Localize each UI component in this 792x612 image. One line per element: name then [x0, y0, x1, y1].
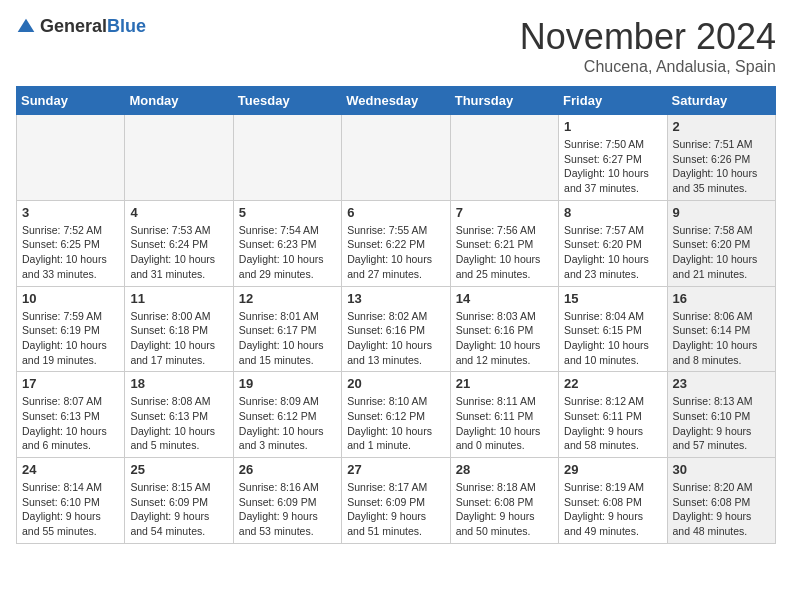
day-number: 4: [130, 205, 227, 220]
day-number: 5: [239, 205, 336, 220]
calendar-cell: 3Sunrise: 7:52 AM Sunset: 6:25 PM Daylig…: [17, 200, 125, 286]
col-header-sunday: Sunday: [17, 87, 125, 115]
cell-content: Sunrise: 8:09 AM Sunset: 6:12 PM Dayligh…: [239, 394, 336, 453]
day-number: 22: [564, 376, 661, 391]
logo-blue: Blue: [107, 16, 146, 36]
col-header-saturday: Saturday: [667, 87, 775, 115]
calendar-cell: 14Sunrise: 8:03 AM Sunset: 6:16 PM Dayli…: [450, 286, 558, 372]
cell-content: Sunrise: 8:13 AM Sunset: 6:10 PM Dayligh…: [673, 394, 770, 453]
day-number: 1: [564, 119, 661, 134]
calendar-cell: 24Sunrise: 8:14 AM Sunset: 6:10 PM Dayli…: [17, 458, 125, 544]
calendar-cell: 25Sunrise: 8:15 AM Sunset: 6:09 PM Dayli…: [125, 458, 233, 544]
calendar-cell: 19Sunrise: 8:09 AM Sunset: 6:12 PM Dayli…: [233, 372, 341, 458]
cell-content: Sunrise: 7:50 AM Sunset: 6:27 PM Dayligh…: [564, 137, 661, 196]
calendar-cell: 22Sunrise: 8:12 AM Sunset: 6:11 PM Dayli…: [559, 372, 667, 458]
calendar-cell: 20Sunrise: 8:10 AM Sunset: 6:12 PM Dayli…: [342, 372, 450, 458]
cell-content: Sunrise: 8:08 AM Sunset: 6:13 PM Dayligh…: [130, 394, 227, 453]
day-number: 18: [130, 376, 227, 391]
day-number: 30: [673, 462, 770, 477]
calendar-cell: 8Sunrise: 7:57 AM Sunset: 6:20 PM Daylig…: [559, 200, 667, 286]
day-number: 17: [22, 376, 119, 391]
day-number: 19: [239, 376, 336, 391]
logo-icon: [16, 17, 36, 37]
day-number: 2: [673, 119, 770, 134]
calendar-week-2: 3Sunrise: 7:52 AM Sunset: 6:25 PM Daylig…: [17, 200, 776, 286]
day-number: 11: [130, 291, 227, 306]
calendar-week-4: 17Sunrise: 8:07 AM Sunset: 6:13 PM Dayli…: [17, 372, 776, 458]
day-number: 7: [456, 205, 553, 220]
day-number: 26: [239, 462, 336, 477]
calendar-cell: 2Sunrise: 7:51 AM Sunset: 6:26 PM Daylig…: [667, 115, 775, 201]
cell-content: Sunrise: 8:03 AM Sunset: 6:16 PM Dayligh…: [456, 309, 553, 368]
calendar-cell: 21Sunrise: 8:11 AM Sunset: 6:11 PM Dayli…: [450, 372, 558, 458]
cell-content: Sunrise: 8:06 AM Sunset: 6:14 PM Dayligh…: [673, 309, 770, 368]
day-number: 12: [239, 291, 336, 306]
day-number: 24: [22, 462, 119, 477]
calendar-week-5: 24Sunrise: 8:14 AM Sunset: 6:10 PM Dayli…: [17, 458, 776, 544]
cell-content: Sunrise: 7:57 AM Sunset: 6:20 PM Dayligh…: [564, 223, 661, 282]
day-number: 8: [564, 205, 661, 220]
cell-content: Sunrise: 8:10 AM Sunset: 6:12 PM Dayligh…: [347, 394, 444, 453]
calendar-cell: 12Sunrise: 8:01 AM Sunset: 6:17 PM Dayli…: [233, 286, 341, 372]
col-header-monday: Monday: [125, 87, 233, 115]
cell-content: Sunrise: 8:19 AM Sunset: 6:08 PM Dayligh…: [564, 480, 661, 539]
calendar-cell: 6Sunrise: 7:55 AM Sunset: 6:22 PM Daylig…: [342, 200, 450, 286]
calendar-cell: 30Sunrise: 8:20 AM Sunset: 6:08 PM Dayli…: [667, 458, 775, 544]
day-number: 14: [456, 291, 553, 306]
cell-content: Sunrise: 8:11 AM Sunset: 6:11 PM Dayligh…: [456, 394, 553, 453]
calendar-cell: 7Sunrise: 7:56 AM Sunset: 6:21 PM Daylig…: [450, 200, 558, 286]
logo-text: GeneralBlue: [40, 16, 146, 37]
calendar-cell: 28Sunrise: 8:18 AM Sunset: 6:08 PM Dayli…: [450, 458, 558, 544]
day-number: 10: [22, 291, 119, 306]
calendar-header-row: SundayMondayTuesdayWednesdayThursdayFrid…: [17, 87, 776, 115]
calendar-cell: 15Sunrise: 8:04 AM Sunset: 6:15 PM Dayli…: [559, 286, 667, 372]
day-number: 27: [347, 462, 444, 477]
cell-content: Sunrise: 7:54 AM Sunset: 6:23 PM Dayligh…: [239, 223, 336, 282]
calendar-cell: 1Sunrise: 7:50 AM Sunset: 6:27 PM Daylig…: [559, 115, 667, 201]
calendar-table: SundayMondayTuesdayWednesdayThursdayFrid…: [16, 86, 776, 544]
day-number: 3: [22, 205, 119, 220]
day-number: 20: [347, 376, 444, 391]
calendar-cell: 10Sunrise: 7:59 AM Sunset: 6:19 PM Dayli…: [17, 286, 125, 372]
cell-content: Sunrise: 7:53 AM Sunset: 6:24 PM Dayligh…: [130, 223, 227, 282]
cell-content: Sunrise: 7:52 AM Sunset: 6:25 PM Dayligh…: [22, 223, 119, 282]
cell-content: Sunrise: 7:55 AM Sunset: 6:22 PM Dayligh…: [347, 223, 444, 282]
calendar-cell: 23Sunrise: 8:13 AM Sunset: 6:10 PM Dayli…: [667, 372, 775, 458]
calendar-cell: 29Sunrise: 8:19 AM Sunset: 6:08 PM Dayli…: [559, 458, 667, 544]
header: GeneralBlue November 2024 Chucena, Andal…: [16, 16, 776, 76]
cell-content: Sunrise: 8:00 AM Sunset: 6:18 PM Dayligh…: [130, 309, 227, 368]
calendar-cell: 11Sunrise: 8:00 AM Sunset: 6:18 PM Dayli…: [125, 286, 233, 372]
cell-content: Sunrise: 8:18 AM Sunset: 6:08 PM Dayligh…: [456, 480, 553, 539]
calendar-cell: 18Sunrise: 8:08 AM Sunset: 6:13 PM Dayli…: [125, 372, 233, 458]
col-header-wednesday: Wednesday: [342, 87, 450, 115]
cell-content: Sunrise: 7:58 AM Sunset: 6:20 PM Dayligh…: [673, 223, 770, 282]
day-number: 28: [456, 462, 553, 477]
col-header-friday: Friday: [559, 87, 667, 115]
day-number: 6: [347, 205, 444, 220]
calendar-cell: [233, 115, 341, 201]
calendar-week-1: 1Sunrise: 7:50 AM Sunset: 6:27 PM Daylig…: [17, 115, 776, 201]
day-number: 16: [673, 291, 770, 306]
cell-content: Sunrise: 8:12 AM Sunset: 6:11 PM Dayligh…: [564, 394, 661, 453]
day-number: 13: [347, 291, 444, 306]
svg-marker-0: [18, 18, 35, 31]
logo-general: General: [40, 16, 107, 36]
calendar-week-3: 10Sunrise: 7:59 AM Sunset: 6:19 PM Dayli…: [17, 286, 776, 372]
day-number: 21: [456, 376, 553, 391]
cell-content: Sunrise: 8:17 AM Sunset: 6:09 PM Dayligh…: [347, 480, 444, 539]
cell-content: Sunrise: 8:02 AM Sunset: 6:16 PM Dayligh…: [347, 309, 444, 368]
day-number: 25: [130, 462, 227, 477]
cell-content: Sunrise: 7:59 AM Sunset: 6:19 PM Dayligh…: [22, 309, 119, 368]
day-number: 29: [564, 462, 661, 477]
day-number: 23: [673, 376, 770, 391]
calendar-cell: 9Sunrise: 7:58 AM Sunset: 6:20 PM Daylig…: [667, 200, 775, 286]
calendar-cell: 26Sunrise: 8:16 AM Sunset: 6:09 PM Dayli…: [233, 458, 341, 544]
cell-content: Sunrise: 8:04 AM Sunset: 6:15 PM Dayligh…: [564, 309, 661, 368]
col-header-thursday: Thursday: [450, 87, 558, 115]
cell-content: Sunrise: 8:14 AM Sunset: 6:10 PM Dayligh…: [22, 480, 119, 539]
calendar-cell: 27Sunrise: 8:17 AM Sunset: 6:09 PM Dayli…: [342, 458, 450, 544]
calendar-cell: 17Sunrise: 8:07 AM Sunset: 6:13 PM Dayli…: [17, 372, 125, 458]
calendar-cell: [450, 115, 558, 201]
calendar-cell: 5Sunrise: 7:54 AM Sunset: 6:23 PM Daylig…: [233, 200, 341, 286]
cell-content: Sunrise: 8:01 AM Sunset: 6:17 PM Dayligh…: [239, 309, 336, 368]
